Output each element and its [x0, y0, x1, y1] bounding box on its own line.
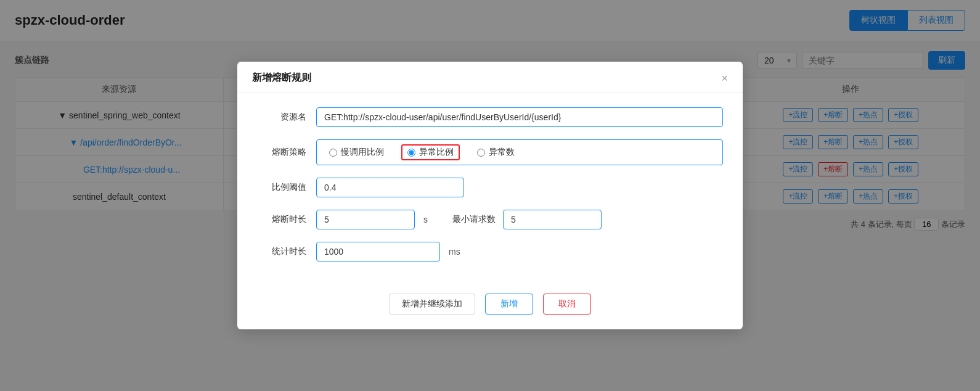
strategy-row: 熔断策略 慢调用比例 异常比例 异常数 — [257, 139, 723, 165]
modal-footer: 新增并继续添加 新增 取消 — [237, 284, 743, 329]
modal-body: 资源名 熔断策略 慢调用比例 异常比例 — [237, 93, 743, 284]
stat-unit: ms — [449, 247, 460, 257]
cancel-button[interactable]: 取消 — [543, 294, 591, 315]
add-button[interactable]: 新增 — [485, 294, 533, 315]
strategy-radio-slow[interactable] — [329, 149, 337, 157]
ratio-row: 比例阈值 — [257, 178, 723, 197]
duration-label: 熔断时长 — [257, 214, 306, 225]
resource-name-row: 资源名 — [257, 107, 723, 127]
ratio-input[interactable] — [316, 178, 464, 197]
stat-input[interactable] — [316, 242, 440, 261]
resource-label: 资源名 — [257, 112, 306, 123]
stat-row: 统计时长 ms — [257, 242, 723, 261]
duration-group: s — [316, 210, 428, 229]
duration-input[interactable] — [316, 210, 415, 229]
strategy-radio-group: 慢调用比例 异常比例 异常数 — [316, 139, 723, 165]
strategy-option-exception-ratio[interactable]: 异常比例 — [401, 144, 460, 160]
strategy-radio-exception-count[interactable] — [477, 149, 485, 157]
stat-label: 统计时长 — [257, 246, 306, 257]
strategy-exception-ratio-label: 异常比例 — [419, 147, 454, 158]
strategy-label: 熔断策略 — [257, 147, 306, 158]
modal-overlay: 新增熔断规则 × 资源名 熔断策略 慢调用比例 — [0, 0, 980, 391]
page-background: spzx-cloud-order 树状视图 列表视图 簇点链路 20 50 10… — [0, 0, 980, 391]
modal-header: 新增熔断规则 × — [237, 62, 743, 93]
resource-input[interactable] — [316, 107, 723, 127]
duration-unit: s — [423, 215, 428, 224]
duration-minreq-row: 熔断时长 s 最小请求数 — [257, 210, 723, 229]
strategy-option-exception-count[interactable]: 异常数 — [477, 147, 515, 158]
modal-title: 新增熔断规则 — [252, 72, 311, 84]
strategy-exception-count-label: 异常数 — [489, 147, 515, 158]
strategy-slow-label: 慢调用比例 — [341, 147, 384, 158]
strategy-option-slow[interactable]: 慢调用比例 — [329, 147, 384, 158]
modal-close-button[interactable]: × — [721, 73, 728, 84]
min-req-input[interactable] — [503, 210, 602, 229]
min-req-label: 最小请求数 — [452, 214, 496, 225]
stat-group: ms — [316, 242, 460, 261]
continue-add-button[interactable]: 新增并继续添加 — [389, 294, 475, 315]
ratio-label: 比例阈值 — [257, 182, 306, 193]
modal-dialog: 新增熔断规则 × 资源名 熔断策略 慢调用比例 — [237, 62, 743, 329]
strategy-radio-exception-ratio[interactable] — [407, 149, 415, 157]
